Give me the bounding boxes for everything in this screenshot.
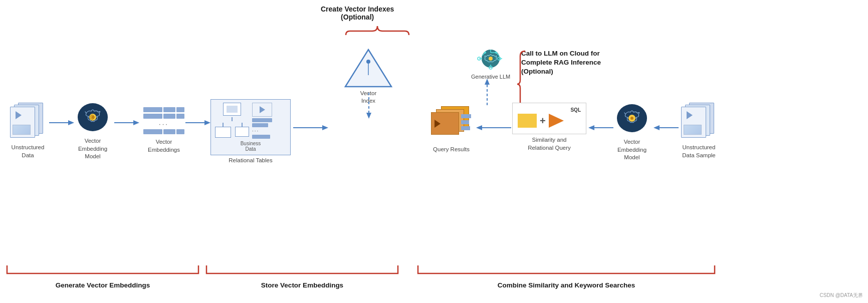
query-to-llm-arrow (484, 78, 490, 107)
watermark: CSDN @DATA无界 (820, 292, 863, 299)
arrow-3-4 (185, 119, 210, 128)
vector-index-triangle (343, 48, 393, 89)
call-llm-line1: Call to LLM on Cloud for (521, 50, 600, 57)
business-data-label: BusinessData (215, 141, 286, 152)
arrow-6-5 (476, 124, 511, 133)
unstructured-data-sample-label: Unstructured Data Sample (682, 144, 715, 159)
vector-index-down-arrow (366, 93, 372, 120)
svg-marker-19 (485, 79, 490, 85)
vector-embedding-model-right-label: Vector Embedding Model (617, 138, 646, 162)
create-vector-line1: Create Vector Indexes (321, 5, 394, 13)
svg-marker-22 (68, 120, 74, 125)
arrow-1-2 (49, 119, 74, 128)
generative-llm-icon (477, 48, 505, 73)
generative-llm-node: Generative LLM (471, 48, 510, 80)
create-vector-line2: (Optional) (321, 13, 394, 21)
relational-tables-label: Relational Tables (229, 157, 272, 163)
svg-point-17 (484, 52, 486, 54)
arrow-2-3 (114, 119, 139, 128)
vector-embeddings-label: Vector Embeddings (148, 138, 180, 154)
svg-marker-29 (204, 120, 210, 125)
relational-tables-icon: ··· BusinessData (210, 99, 291, 155)
vector-embedding-model-left-icon (75, 99, 110, 135)
sql-label: SQL (518, 107, 581, 113)
svg-marker-31 (322, 125, 328, 130)
svg-point-16 (495, 52, 497, 54)
unstructured-data-sample-icon (680, 103, 718, 142)
similarity-query-label: Similarity and Relational Query (528, 136, 571, 152)
svg-point-2 (366, 60, 370, 64)
call-llm-line2: Complete RAG Inference (521, 59, 601, 66)
arrow-8-7 (654, 124, 679, 133)
svg-marker-34 (588, 125, 594, 130)
svg-marker-4 (366, 113, 371, 119)
section2-label: Store Vector Embeddings (204, 281, 400, 289)
svg-point-18 (489, 57, 493, 61)
diagram-container: Create Vector Indexes (Optional) Vector … (0, 0, 868, 303)
unstructured-data-label: Unstructured Data (12, 144, 45, 159)
vector-embedding-model-left-node: Vector Embedding Model (75, 99, 110, 161)
section1-label: Generate Vector Embeddings (5, 281, 200, 289)
unstructured-data-icon (9, 103, 47, 142)
svg-point-38 (630, 117, 633, 120)
section2-bracket: Store Vector Embeddings (204, 264, 400, 289)
vector-embedding-model-left-label: Vector Embedding Model (78, 137, 107, 161)
unstructured-data-node: Unstructured Data (9, 103, 47, 159)
query-results-node: Query Results (430, 104, 473, 152)
vector-embedding-model-right-node: Vector Embedding Model (614, 100, 649, 162)
create-vector-brace (345, 25, 410, 50)
section3-label: Combine Similarity and Keyword Searches (416, 281, 717, 289)
vector-embedding-model-right-icon (614, 100, 649, 136)
section1-bracket: Generate Vector Embeddings (5, 264, 200, 289)
svg-marker-39 (654, 125, 660, 130)
create-vector-title: Create Vector Indexes (Optional) (321, 5, 394, 21)
arrow-7-6 (588, 124, 613, 133)
vector-embeddings-node: ··· Vector Embeddings (141, 105, 186, 154)
svg-marker-32 (476, 125, 482, 130)
svg-marker-27 (133, 120, 139, 125)
relational-tables-node: ··· BusinessData Relational Tables (210, 99, 291, 163)
similarity-query-icon: SQL + (512, 103, 586, 134)
generative-llm-label: Generative LLM (471, 74, 510, 80)
section3-bracket: Combine Similarity and Keyword Searches (416, 264, 717, 289)
arrow-4-5 (293, 124, 328, 133)
query-results-label: Query Results (433, 146, 470, 152)
call-llm-label: Call to LLM on Cloud for Complete RAG In… (521, 49, 616, 77)
svg-point-25 (91, 116, 94, 119)
similarity-query-node: SQL + Similarity and Relational Query (512, 103, 586, 152)
vector-embeddings-icon: ··· (141, 105, 186, 136)
query-results-icon (430, 104, 473, 144)
unstructured-data-sample-node: Unstructured Data Sample (680, 103, 718, 159)
